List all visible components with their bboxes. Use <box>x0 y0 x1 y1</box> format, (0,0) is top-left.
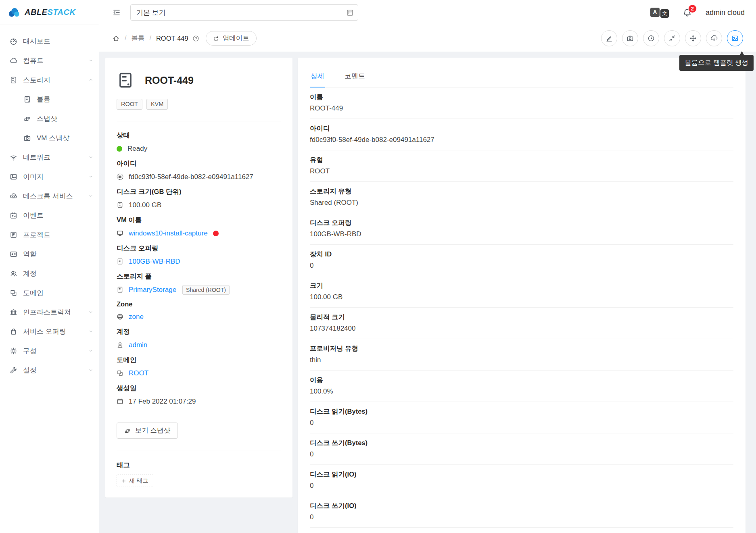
chevron-down-icon <box>88 368 93 373</box>
detail-label: 스토리지 유형 <box>310 187 733 196</box>
info-section: VM 이름windows10-install-capture <box>117 216 281 239</box>
download-volume-button[interactable] <box>706 30 722 46</box>
info-section: 도메인ROOT <box>117 356 281 379</box>
snapshot-icon <box>124 428 131 434</box>
detail-label: 디스크 읽기(IO) <box>310 470 733 479</box>
ablestack-logo[interactable]: ABLESTACK <box>0 0 99 25</box>
info-section: 상태Ready <box>117 131 281 154</box>
picture-icon <box>731 35 739 42</box>
edit-icon <box>606 35 613 42</box>
desktop-cloud-icon <box>10 192 17 200</box>
project-switch-button[interactable] <box>346 9 354 17</box>
detail-row: 디스크 읽기(Bytes)0 <box>310 402 733 433</box>
info-label: Zone <box>117 300 281 308</box>
domain-icon <box>10 289 17 297</box>
info-value[interactable]: zone <box>129 313 144 321</box>
info-section: 디스크 오퍼링100GB-WB-RBD <box>117 244 281 267</box>
sidebar-item-label: 프로젝트 <box>23 230 96 239</box>
main-area: A 文 2 admin cloud / 볼륨 / ROOT-449 업데이트 <box>99 0 756 533</box>
detail-row: 장치 ID0 <box>310 245 733 276</box>
notifications-button[interactable]: 2 <box>683 8 692 17</box>
info-value[interactable]: windows10-install-capture <box>129 229 208 237</box>
sidebar-item-label: 데스크톱 서비스 <box>23 192 88 201</box>
sidebar-item-volumes[interactable]: 볼륨 <box>0 90 99 109</box>
dashboard-icon <box>10 37 17 45</box>
sidebar-item-label: VM 스냅샷 <box>37 133 96 143</box>
sidebar-item-compute[interactable]: 컴퓨트 <box>0 51 99 70</box>
info-label: 생성일 <box>117 384 281 393</box>
sidebar-item-infrastructure[interactable]: 인프라스트럭쳐 <box>0 302 99 322</box>
translate-a-glyph: A <box>650 8 660 17</box>
detail-label: 크기 <box>310 281 733 290</box>
sidebar-item-projects[interactable]: 프로젝트 <box>0 225 99 244</box>
detail-value: 0 <box>310 513 733 521</box>
detail-value: 0 <box>310 419 733 427</box>
breadcrumb-home-icon[interactable] <box>113 35 120 42</box>
tab-comments[interactable]: 코멘트 <box>344 66 366 87</box>
sidebar-item-vm-snapshots[interactable]: VM 스냅샷 <box>0 128 99 148</box>
sidebar-item-label: 서비스 오퍼링 <box>23 327 88 336</box>
volume-tag: ROOT <box>117 99 142 110</box>
sidebar-item-accounts[interactable]: 계정 <box>0 264 99 283</box>
help-icon[interactable] <box>192 35 199 42</box>
detail-value: fd0c93f0-58ef-49de-b082-e09491a11627 <box>310 136 733 144</box>
tab-details[interactable]: 상세 <box>310 66 325 87</box>
resize-volume-button[interactable] <box>664 30 680 46</box>
sidebar-menu: 대시보드컴퓨트스토리지볼륨스냅샷VM 스냅샷네트워크이미지데스크톱 서비스이벤트… <box>0 25 99 386</box>
brand-stack: STACK <box>47 8 75 17</box>
sidebar-item-storage[interactable]: 스토리지 <box>0 70 99 90</box>
sidebar-collapse-button[interactable] <box>113 8 121 17</box>
detail-value: 100.0% <box>310 387 733 396</box>
migrate-volume-button[interactable] <box>685 30 701 46</box>
sidebar-item-service-offerings[interactable]: 서비스 오퍼링 <box>0 322 99 341</box>
sidebar-item-label: 역할 <box>23 250 96 259</box>
vm-state-dot <box>213 231 219 236</box>
chevron-down-icon <box>88 348 93 353</box>
plus-icon <box>121 479 126 483</box>
sidebar-item-snapshots[interactable]: 스냅샷 <box>0 109 99 128</box>
sidebar-item-events[interactable]: 이벤트 <box>0 206 99 225</box>
view-snapshots-button[interactable]: 보기 스냅샷 <box>117 423 178 439</box>
chevron-up-icon <box>88 77 93 82</box>
detail-row: 이용100.0% <box>310 371 733 402</box>
user-menu[interactable]: admin cloud <box>706 8 745 17</box>
chevron-down-icon <box>88 174 93 179</box>
topbar-right: A 文 2 admin cloud <box>650 8 745 18</box>
detail-value: 0 <box>310 482 733 490</box>
info-section: 계정admin <box>117 327 281 350</box>
info-value[interactable]: PrimaryStorage <box>129 286 176 294</box>
volume-title: ROOT-449 <box>145 75 194 86</box>
sidebar-item-network[interactable]: 네트워크 <box>0 148 99 167</box>
detail-row: 디스크 쓰기(IO)0 <box>310 496 733 528</box>
update-button[interactable]: 업데이트 <box>206 31 257 46</box>
info-value[interactable]: admin <box>129 341 147 349</box>
barcode-icon <box>117 173 123 180</box>
sidebar-item-label: 스토리지 <box>23 75 88 85</box>
chevron-down-icon <box>88 329 93 334</box>
info-value[interactable]: 100GB-WB-RBD <box>129 258 180 266</box>
detail-label: 디스크 읽기(Bytes) <box>310 407 733 416</box>
project-icon <box>10 231 17 239</box>
breadcrumb-volumes-link[interactable]: 볼륨 <box>131 34 144 43</box>
view-selector-input[interactable] <box>136 8 346 17</box>
detail-label: 디스크 쓰기(IO) <box>310 502 733 510</box>
info-value[interactable]: ROOT <box>129 369 148 377</box>
info-label: 도메인 <box>117 356 281 364</box>
take-snapshot-button[interactable] <box>622 30 638 46</box>
hdd-icon <box>117 202 123 208</box>
recurring-snapshot-button[interactable] <box>643 30 659 46</box>
topbar: A 文 2 admin cloud <box>99 0 756 25</box>
create-template-button[interactable] <box>727 30 743 46</box>
info-label: 스토리지 풀 <box>117 272 281 281</box>
breadcrumb-current: ROOT-449 <box>156 35 188 42</box>
edit-volume-button[interactable] <box>601 30 617 46</box>
new-tag-button[interactable]: 새 태그 <box>117 475 153 487</box>
sidebar-item-roles[interactable]: 역할 <box>0 244 99 264</box>
sidebar-item-dashboard[interactable]: 대시보드 <box>0 31 99 51</box>
translate-button[interactable]: A 文 <box>650 8 669 18</box>
sidebar-item-configuration[interactable]: 구성 <box>0 341 99 360</box>
sidebar-item-desktop-services[interactable]: 데스크톱 서비스 <box>0 186 99 206</box>
sidebar-item-settings[interactable]: 설정 <box>0 360 99 380</box>
sidebar-item-domains[interactable]: 도메인 <box>0 283 99 302</box>
sidebar-item-images[interactable]: 이미지 <box>0 167 99 186</box>
